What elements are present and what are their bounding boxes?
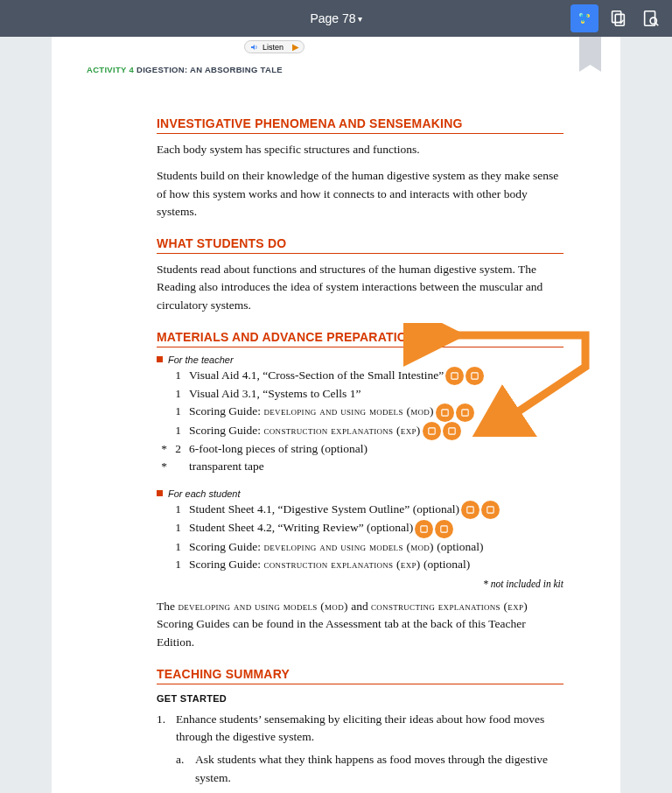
play-icon[interactable]: ▶: [290, 42, 302, 52]
bullet-square-icon: [157, 490, 163, 496]
material-row: 1Scoring Guide: developing and using mod…: [157, 403, 564, 421]
svg-rect-13: [472, 373, 478, 379]
page-indicator[interactable]: Page 78 ▾: [310, 11, 361, 25]
list-item: Ask students what they think happens as …: [176, 751, 564, 787]
section-title-what-students-do: WHAT STUDENTS DO: [157, 236, 564, 254]
search-page-button[interactable]: [637, 4, 665, 32]
resource-link-icon[interactable]: [435, 520, 453, 538]
body-text: Each body system has specific structures…: [157, 141, 564, 158]
listen-button[interactable]: Listen ▶: [244, 40, 304, 53]
letter-list: Ask students what they think happens as …: [176, 751, 564, 793]
resource-link-icon[interactable]: [466, 367, 484, 385]
svg-rect-12: [452, 373, 458, 379]
materials-student-label: For each student: [157, 488, 564, 499]
svg-rect-16: [428, 428, 434, 434]
resources-button[interactable]: [570, 4, 598, 32]
resource-link-icon[interactable]: [436, 404, 454, 422]
page: Listen ▶ ACTIVITY 4 DIGESTION: AN ABSORB…: [52, 37, 620, 793]
activity-title: DIGESTION: AN ABSORBING TALE: [136, 65, 283, 74]
resource-link-icon[interactable]: [445, 367, 464, 385]
kit-note: * not included in kit: [157, 579, 564, 589]
material-row: *transparent tape: [157, 458, 564, 475]
material-row: *26-foot-long pieces of string (optional…: [157, 440, 564, 458]
activity-header: ACTIVITY 4 DIGESTION: AN ABSORBING TALE: [52, 37, 620, 74]
resource-link-icon[interactable]: [481, 501, 500, 519]
resource-link-icon[interactable]: [423, 422, 441, 440]
material-row: 1Visual Aid 4.1, “Cross-Section of the S…: [157, 367, 564, 385]
bullet-square-icon: [157, 356, 163, 362]
chevron-down-icon: ▾: [358, 14, 362, 24]
body-text: Students build on their knowledge of the…: [157, 167, 564, 221]
svg-rect-14: [442, 410, 448, 416]
svg-rect-6: [612, 11, 621, 23]
section-title-investigative: INVESTIGATIVE PHENOMENA AND SENSEMAKING: [157, 116, 564, 134]
listen-label: Listen: [262, 43, 284, 52]
activity-number: ACTIVITY 4: [87, 65, 134, 74]
page-label: Page 78: [310, 11, 355, 25]
material-row: 1Student Sheet 4.1, “Digestive System Ou…: [157, 501, 564, 519]
list-item: Enhance students’ sensemaking by eliciti…: [157, 711, 564, 793]
material-row: 1Student Sheet 4.2, “Writing Review” (op…: [157, 519, 564, 537]
section-title-materials: MATERIALS AND ADVANCE PREPARATION: [157, 330, 564, 347]
svg-rect-21: [441, 525, 447, 531]
materials-teacher-label: For the teacher: [157, 354, 564, 365]
svg-rect-18: [467, 507, 473, 513]
material-row: 1Scoring Guide: construction explanation…: [157, 422, 564, 440]
svg-rect-15: [462, 410, 468, 416]
get-started-heading: GET STARTED: [157, 693, 564, 704]
material-row: 1Visual Aid 3.1, “Systems to Cells 1”: [157, 385, 564, 403]
resource-link-icon[interactable]: [415, 520, 433, 538]
svg-rect-19: [487, 507, 494, 513]
svg-line-5: [583, 16, 588, 22]
svg-line-10: [656, 24, 659, 26]
body-text: The developing and using models (mod) an…: [157, 598, 564, 651]
numbered-list: Enhance students’ sensemaking by eliciti…: [157, 711, 564, 793]
resource-link-icon[interactable]: [443, 422, 461, 440]
speaker-icon: [250, 43, 259, 52]
body-text: Students read about functions and struct…: [157, 261, 564, 314]
top-bar: Page 78 ▾: [0, 0, 672, 37]
svg-rect-20: [421, 525, 427, 531]
section-title-teaching-summary: TEACHING SUMMARY: [157, 667, 564, 684]
copy-button[interactable]: [604, 4, 632, 32]
material-row: 1Scoring Guide: developing and using mod…: [157, 538, 564, 556]
svg-rect-17: [448, 428, 454, 434]
material-row: 1Scoring Guide: construction explanation…: [157, 556, 564, 573]
resource-link-icon[interactable]: [456, 404, 474, 422]
resource-link-icon[interactable]: [461, 501, 480, 519]
